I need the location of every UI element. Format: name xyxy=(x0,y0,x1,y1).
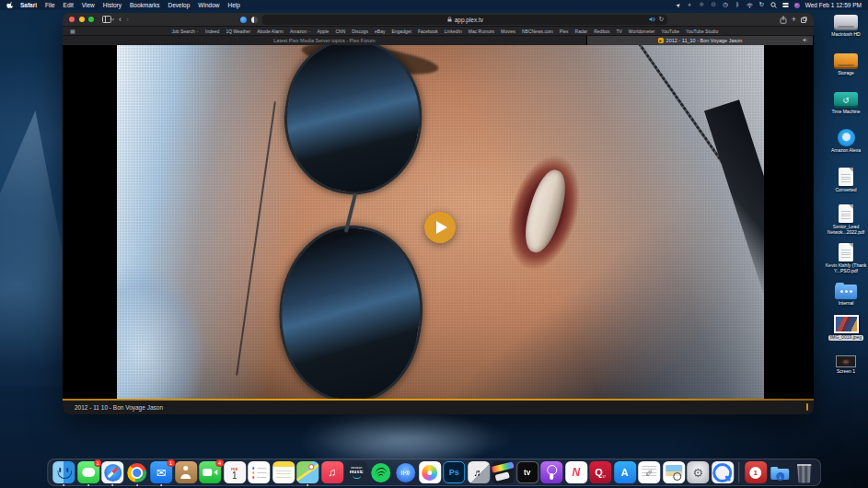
menu-window[interactable]: Window xyxy=(198,2,219,8)
desktop-icon-kevin-kishfy-pdf[interactable]: Kevin Kishfy (Thank Y...PSO.pdf xyxy=(824,243,868,273)
control-center-icon[interactable] xyxy=(782,2,789,8)
reload-icon[interactable]: ↻ xyxy=(659,16,665,23)
dock-music[interactable] xyxy=(320,461,343,484)
bookmark-apple[interactable]: Apple xyxy=(318,29,330,34)
tab-speaker-icon[interactable] xyxy=(803,38,808,43)
dock-reminders[interactable] xyxy=(248,461,271,484)
dock-news[interactable]: N xyxy=(564,461,587,484)
menu-extra-dim-2-icon[interactable]: ❉ xyxy=(699,2,705,8)
bookmark-movies[interactable]: Movies xyxy=(501,29,515,34)
minimize-window-button[interactable] xyxy=(79,17,85,22)
menu-bar-clock[interactable]: Wed Feb 1 12:59 PM xyxy=(805,2,862,8)
bookmark-facebook[interactable]: Facebook xyxy=(418,29,438,34)
bookmark-mac-rumors[interactable]: Mac Rumors xyxy=(469,29,494,34)
dock-facetime[interactable]: 4 xyxy=(199,461,222,484)
sync-icon[interactable]: ↻ xyxy=(758,2,765,8)
desktop-icon-screen-1[interactable]: Screen 1 xyxy=(824,355,868,375)
dock-app-store[interactable]: A xyxy=(613,461,636,484)
bookmark-indeed[interactable]: Indeed xyxy=(205,29,219,34)
appearance-extension-icon[interactable] xyxy=(251,17,258,23)
dock-textedit[interactable] xyxy=(638,461,661,484)
menu-develop[interactable]: Develop xyxy=(168,2,191,8)
dock-contacts[interactable] xyxy=(174,461,197,484)
dock-maps[interactable] xyxy=(296,461,319,484)
dock-safari[interactable] xyxy=(101,461,124,484)
bookmark-amazon[interactable]: Amazon⌄ xyxy=(290,29,311,34)
dock-sheet-music[interactable] xyxy=(467,461,490,484)
desktop-icon-converted[interactable]: Converted xyxy=(824,168,868,193)
menu-edit[interactable]: Edit xyxy=(64,2,74,8)
dock-1password[interactable]: 1 xyxy=(744,461,767,484)
wifi-icon[interactable] xyxy=(746,2,753,8)
bookmark-cnn[interactable]: CNN xyxy=(335,29,345,34)
dock-spotify[interactable] xyxy=(369,461,392,484)
spotlight-search-icon[interactable] xyxy=(770,2,777,8)
desktop-icon-senior-lead-pdf[interactable]: Senior_Lead Netwok...2022.pdf xyxy=(824,204,868,235)
close-window-button[interactable] xyxy=(69,17,75,22)
bookmark-linkedin[interactable]: LinkedIn xyxy=(445,29,462,34)
bluetooth-icon[interactable]: ᛒ xyxy=(735,2,741,8)
dock-downloads[interactable]: ↓ xyxy=(769,461,792,484)
desktop-icon-internal-folder[interactable]: Internal xyxy=(824,282,868,307)
forward-button[interactable]: › xyxy=(126,16,129,24)
bookmark-plex[interactable]: Plex xyxy=(560,29,569,34)
bookmark-abode-alarm[interactable]: Abode Alarm xyxy=(257,29,284,34)
menu-safari[interactable]: Safari xyxy=(20,2,37,8)
share-icon[interactable] xyxy=(780,16,787,24)
extension-icon[interactable] xyxy=(240,17,247,23)
bookmark-ebay[interactable]: eBay xyxy=(375,29,385,34)
bookmark-redbox[interactable]: Redbox xyxy=(594,29,609,34)
dock-trash[interactable] xyxy=(793,461,816,484)
menu-extra-dim-1-icon[interactable]: ● xyxy=(687,2,693,8)
tab-plex-forum[interactable]: Latest Plex Media Server topics - Plex F… xyxy=(63,36,587,45)
dock-preview[interactable] xyxy=(662,461,685,484)
play-button[interactable] xyxy=(424,212,456,243)
dock-photoshop[interactable]: Ps xyxy=(443,461,466,484)
dock-chrome[interactable] xyxy=(125,461,148,484)
bookmark-tv[interactable]: TV xyxy=(616,29,621,34)
tab-bon-voyage-active[interactable]: ▸ 2012 - 11_10 - Bon Voyage Jason xyxy=(587,36,814,45)
bookmark-worldometer[interactable]: Worldometer xyxy=(629,29,655,34)
bookmark-nbcnews[interactable]: NBCNews.com xyxy=(522,29,553,34)
bookmark-weather[interactable]: 1Q Weather xyxy=(226,29,250,34)
dock-podcasts[interactable] xyxy=(540,461,563,484)
bookmark-job-search[interactable]: Job Search⌄ xyxy=(171,29,199,34)
desktop-icon-storage[interactable]: Storage xyxy=(824,53,868,76)
dock-messages[interactable]: 1 xyxy=(76,461,99,484)
zoom-window-button[interactable] xyxy=(88,17,94,22)
tab-audio-mute-icon[interactable] xyxy=(649,17,655,23)
siri-icon[interactable] xyxy=(794,3,800,8)
menu-extra-dim-3-icon[interactable]: ⚙ xyxy=(711,2,717,8)
sidebar-toggle-icon[interactable] xyxy=(102,16,114,23)
dock-calendar[interactable]: FEB 1 xyxy=(223,461,246,484)
desktop-icon-img-0019[interactable]: IMG_0019.jpeg xyxy=(824,315,868,341)
bookmark-discogs[interactable]: Discogs xyxy=(352,29,368,34)
dock-final-cut[interactable] xyxy=(492,461,515,484)
bookmark-engadget[interactable]: Engadget xyxy=(391,29,411,34)
dock-apple-tv[interactable]: tv xyxy=(515,461,538,484)
bookmark-youtube-studio[interactable]: YouTube Studio xyxy=(686,29,718,34)
bookmark-radar[interactable]: Radar xyxy=(575,29,588,34)
dock-finder[interactable] xyxy=(52,461,75,484)
dock-notes[interactable] xyxy=(272,461,295,484)
dock-mail[interactable]: 1 xyxy=(150,461,173,484)
dock-quicktime[interactable] xyxy=(711,461,734,484)
dock-photos[interactable] xyxy=(418,461,441,484)
menu-bookmarks[interactable]: Bookmarks xyxy=(130,2,160,8)
dock-system-settings[interactable] xyxy=(687,461,710,484)
favorites-grid-icon[interactable]: ▦ xyxy=(70,28,75,34)
back-button[interactable]: ‹ xyxy=(119,16,122,24)
address-bar[interactable]: app.plex.tv ↻ xyxy=(262,15,667,25)
tab-overview-icon[interactable] xyxy=(801,17,807,23)
scrollbar-thumb[interactable] xyxy=(806,403,808,411)
dock-internet-radio[interactable] xyxy=(394,461,417,484)
bookmark-youtube[interactable]: YouTube xyxy=(661,29,679,34)
apple-menu-icon[interactable] xyxy=(6,2,13,9)
menu-file[interactable]: File xyxy=(45,2,54,8)
clock-app-icon[interactable]: ◷ xyxy=(723,2,729,8)
desktop-icon-amazon-alexa[interactable]: Amazon Alexa xyxy=(824,129,868,154)
new-tab-button[interactable]: + xyxy=(792,16,796,24)
desktop-icon-macintosh-hd[interactable]: Macintosh HD xyxy=(824,15,868,38)
dock-amazon-music[interactable]: amazon music xyxy=(345,461,368,484)
menu-help[interactable]: Help xyxy=(227,2,239,8)
